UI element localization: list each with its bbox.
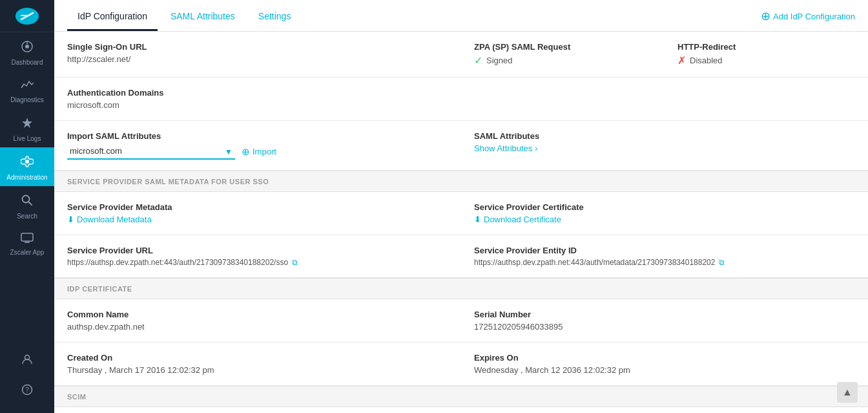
sp-url-block: Service Provider URL https://authsp.dev.… xyxy=(54,235,461,277)
chevron-up-icon: ▲ xyxy=(842,387,852,398)
sidebar-item-user[interactable] xyxy=(0,346,54,376)
cert-details-section: Common Name authsp.dev.zpath.net Serial … xyxy=(54,299,868,343)
sp-entity-id-label: Service Provider Entity ID xyxy=(474,246,855,255)
zpa-saml-label: ZPA (SP) SAML Request xyxy=(474,42,652,52)
scim-section-label: SCIM xyxy=(67,393,87,401)
sidebar-logo xyxy=(0,0,54,32)
sidebar: Dashboard Diagnostics Live Logs Administ… xyxy=(0,0,54,413)
dashboard-icon xyxy=(21,40,34,56)
auth-domains-value: microsoft.com xyxy=(67,100,448,110)
download-metadata-icon: ⬇ xyxy=(67,215,74,224)
auth-domains-section: Authentication Domains microsoft.com xyxy=(54,78,868,121)
zpa-http-block: ZPA (SP) SAML Request ✓ Signed HTTP-Redi… xyxy=(461,32,868,77)
auth-domains-label: Authentication Domains xyxy=(67,88,448,98)
download-cert-icon: ⬇ xyxy=(474,215,481,224)
add-idp-config-button[interactable]: ⊕ Add IdP Configuration xyxy=(761,0,855,31)
http-redirect-status: Disabled xyxy=(690,56,723,65)
http-redirect-label: HTTP-Redirect xyxy=(677,42,855,52)
svg-text:?: ? xyxy=(25,387,29,394)
sso-section: Single Sign-On URL http://zscaler.net/ Z… xyxy=(54,32,868,78)
zpa-saml-status: Signed xyxy=(486,56,512,65)
serial-number-block: Serial Number 1725120205946033895 xyxy=(461,299,868,342)
idp-cert-section-label: IdP CERTIFICATE xyxy=(67,285,132,293)
svg-point-4 xyxy=(25,160,29,164)
sidebar-item-label: Zscaler App xyxy=(10,249,45,256)
sp-metadata-section-label: SERVICE PROVIDER SAML METADATA FOR USER … xyxy=(67,178,269,185)
sp-url-value-row: https://authsp.dev.zpath.net:443/auth/21… xyxy=(67,258,448,267)
show-attributes-link[interactable]: Show Attributes › xyxy=(474,143,855,153)
expires-on-label: Expires On xyxy=(474,353,855,363)
zpa-signed-icon: ✓ xyxy=(474,54,482,67)
tab-settings[interactable]: Settings xyxy=(248,2,302,31)
sidebar-bottom: ? xyxy=(0,346,54,413)
import-saml-dropdown[interactable]: microsoft.com xyxy=(67,143,235,160)
auth-domains-block: Authentication Domains microsoft.com xyxy=(54,78,461,120)
tab-idp-configuration[interactable]: IdP Configuration xyxy=(67,2,158,31)
tab-saml-attributes[interactable]: SAML Attributes xyxy=(160,2,245,31)
sidebar-item-live-logs[interactable]: Live Logs xyxy=(0,109,54,147)
sp-cert-label: Service Provider Certificate xyxy=(474,202,855,212)
diagnostics-icon xyxy=(21,79,34,94)
live-logs-icon xyxy=(21,116,34,132)
zscaler-app-icon xyxy=(21,233,34,246)
svg-point-2 xyxy=(25,45,29,48)
import-saml-label: Import SAML Attributes xyxy=(67,131,448,141)
saml-attributes-block: SAML Attributes Show Attributes › xyxy=(461,121,868,170)
common-name-block: Common Name authsp.dev.zpath.net xyxy=(54,299,461,342)
scim-divider: SCIM xyxy=(54,386,868,407)
scroll-to-top-button[interactable]: ▲ xyxy=(837,382,858,403)
help-icon: ? xyxy=(21,384,33,399)
sidebar-item-administration[interactable]: Administration xyxy=(0,147,54,186)
sp-url-label: Service Provider URL xyxy=(67,246,448,255)
sso-url-block: Single Sign-On URL http://zscaler.net/ xyxy=(54,32,461,77)
sidebar-item-zscaler-app[interactable]: Zscaler App xyxy=(0,225,54,261)
sp-metadata-divider: SERVICE PROVIDER SAML METADATA FOR USER … xyxy=(54,171,868,192)
import-saml-row: microsoft.com ▼ ⊕ Import xyxy=(67,143,448,160)
tab-bar: IdP Configuration SAML Attributes Settin… xyxy=(54,0,868,32)
main-content: IdP Configuration SAML Attributes Settin… xyxy=(54,0,868,413)
sidebar-item-label: Live Logs xyxy=(14,135,41,142)
sp-cert-block: Service Provider Certificate ⬇ Download … xyxy=(461,192,868,235)
saml-attributes-label: SAML Attributes xyxy=(474,131,855,141)
content-area: Single Sign-On URL http://zscaler.net/ Z… xyxy=(54,32,868,413)
expires-on-value: Wednesday , March 12 2036 12:02:32 pm xyxy=(474,365,855,375)
sidebar-item-diagnostics[interactable]: Diagnostics xyxy=(0,71,54,109)
sidebar-item-search[interactable]: Search xyxy=(0,186,54,225)
zpa-saml-block: ZPA (SP) SAML Request ✓ Signed xyxy=(461,32,665,77)
sp-metadata-block: Service Provider Metadata ⬇ Download Met… xyxy=(54,192,461,235)
plus-icon: ⊕ xyxy=(761,9,770,23)
sidebar-item-label: Search xyxy=(17,213,37,220)
http-disabled-icon: ✗ xyxy=(677,54,686,67)
sp-url-copy-icon[interactable]: ⧉ xyxy=(292,258,298,267)
svg-rect-7 xyxy=(21,233,33,241)
common-name-value: authsp.dev.zpath.net xyxy=(67,322,448,332)
sidebar-item-dashboard[interactable]: Dashboard xyxy=(0,32,54,71)
download-metadata-link[interactable]: ⬇ Download Metadata xyxy=(67,215,448,224)
sso-url-value: http://zscaler.net/ xyxy=(67,54,448,64)
zscaler-logo-icon xyxy=(15,6,39,26)
sso-url-label: Single Sign-On URL xyxy=(67,42,448,52)
import-button[interactable]: ⊕ Import xyxy=(242,146,276,158)
import-saml-block: Import SAML Attributes microsoft.com ▼ ⊕… xyxy=(54,121,461,170)
http-redirect-status-row: ✗ Disabled xyxy=(677,54,855,67)
download-certificate-link[interactable]: ⬇ Download Certificate xyxy=(474,215,855,224)
search-icon xyxy=(21,194,34,210)
sp-metadata-cert-section: Service Provider Metadata ⬇ Download Met… xyxy=(54,192,868,235)
created-on-block: Created On Thursday , March 17 2016 12:0… xyxy=(54,343,461,385)
cert-dates-section: Created On Thursday , March 17 2016 12:0… xyxy=(54,343,868,386)
tabs: IdP Configuration SAML Attributes Settin… xyxy=(67,2,304,31)
user-icon xyxy=(21,354,33,368)
sidebar-item-label: Dashboard xyxy=(12,59,43,66)
idp-cert-divider: IdP CERTIFICATE xyxy=(54,278,868,299)
import-circle-icon: ⊕ xyxy=(242,146,250,158)
sidebar-item-help[interactable]: ? xyxy=(0,376,54,407)
svg-point-5 xyxy=(23,196,30,203)
http-redirect-block: HTTP-Redirect ✗ Disabled xyxy=(665,32,868,77)
created-on-label: Created On xyxy=(67,353,448,363)
created-on-value: Thursday , March 17 2016 12:02:32 pm xyxy=(67,365,448,375)
sp-entity-copy-icon[interactable]: ⧉ xyxy=(719,258,725,267)
scim-sync-block: SCIM Sync ✓ Enabled xyxy=(54,407,868,413)
sp-entity-id-value-row: https://authsp.dev.zpath.net:443/auth/me… xyxy=(474,258,855,267)
serial-number-value: 1725120205946033895 xyxy=(474,322,855,332)
common-name-label: Common Name xyxy=(67,310,448,319)
